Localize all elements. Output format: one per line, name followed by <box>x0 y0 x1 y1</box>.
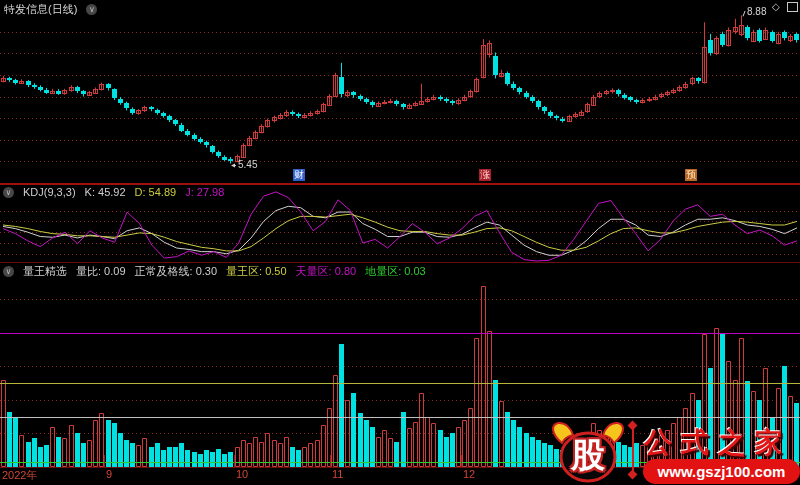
diamond-ornament <box>628 470 638 480</box>
watermark-site-name: 公式之家 <box>644 424 792 462</box>
stock-title[interactable]: 特发信息(日线) <box>4 2 77 17</box>
chart-canvas[interactable] <box>0 0 800 485</box>
event-badge[interactable]: 涨 <box>479 169 491 181</box>
kdj-indicator-label[interactable]: KDJ(9,3,3) <box>23 186 76 198</box>
kdj-d-value: D: 54.89 <box>135 186 177 198</box>
collapse-icon[interactable] <box>3 266 14 277</box>
watermark-url: www.gszj100.com <box>643 459 800 484</box>
window-icon[interactable] <box>787 2 798 12</box>
corner-toolbar: ◇ <box>772 1 798 12</box>
vol-skyzone-value: 天量区: 0.80 <box>296 264 357 279</box>
vol-ratio-value: 量比: 0.09 <box>76 264 126 279</box>
high-price-label: 8.88 <box>747 6 766 17</box>
event-badge[interactable]: 预 <box>685 169 697 181</box>
x-axis-label: 2022年 <box>2 468 37 483</box>
x-axis-label: 11 <box>332 468 343 480</box>
x-axis-label: 10 <box>236 468 248 480</box>
kdj-k-value: K: 45.92 <box>85 186 126 198</box>
x-axis-label: 12 <box>463 468 475 480</box>
vol-groundzone-value: 地量区: 0.03 <box>365 264 426 279</box>
title-bar: 特发信息(日线) <box>4 2 97 17</box>
chevron-down-icon[interactable] <box>86 4 97 15</box>
vol-passline-value: 正常及格线: 0.30 <box>135 264 218 279</box>
bull-logo-character: 股 <box>571 433 605 479</box>
trading-app-window: 特发信息(日线) ◇ KDJ(9,3,3) K: 45.92 D: 54.89 … <box>0 0 800 485</box>
collapse-icon[interactable] <box>3 187 14 198</box>
diamond-icon[interactable]: ◇ <box>772 1 780 12</box>
vol-kingzone-value: 量王区: 0.50 <box>226 264 287 279</box>
x-axis-label: 9 <box>106 468 112 480</box>
volume-panel-header: 量王精选 量比: 0.09 正常及格线: 0.30 量王区: 0.50 天量区:… <box>3 264 426 279</box>
event-badge[interactable]: 财 <box>293 169 305 181</box>
kdj-panel-header: KDJ(9,3,3) K: 45.92 D: 54.89 J: 27.98 <box>3 186 224 198</box>
vol-indicator-label[interactable]: 量王精选 <box>23 264 67 279</box>
low-price-label: 5.45 <box>238 159 257 170</box>
bull-logo-icon: 股 <box>548 421 628 483</box>
site-watermark: 股 公式之家 www.gszj100.com <box>540 419 800 485</box>
watermark-divider <box>632 426 634 474</box>
kdj-j-value: J: 27.98 <box>185 186 224 198</box>
